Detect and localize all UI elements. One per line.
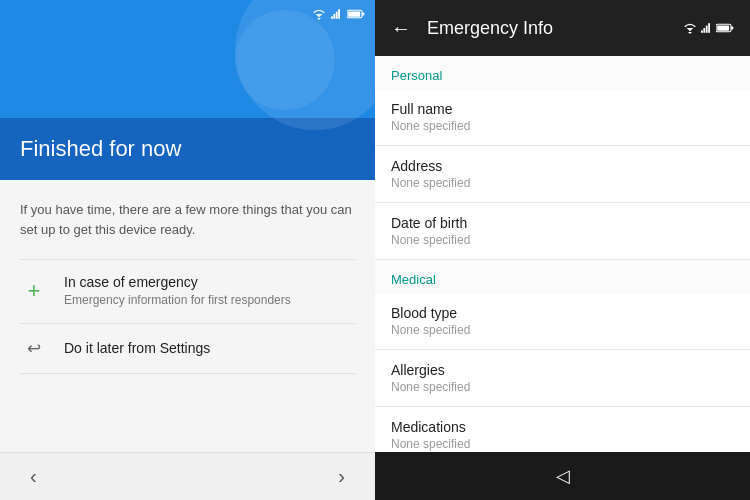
divider-bottom bbox=[20, 373, 355, 374]
dob-row[interactable]: Date of birth None specified bbox=[375, 203, 750, 260]
svg-marker-9 bbox=[687, 28, 694, 31]
emergency-icon: + bbox=[20, 280, 48, 302]
settings-icon: ↩ bbox=[27, 338, 41, 359]
left-nav-bar: ‹ › bbox=[0, 452, 375, 500]
left-panel: Finished for now If you have time, there… bbox=[0, 0, 375, 500]
full-name-label: Full name bbox=[391, 101, 734, 117]
svg-rect-5 bbox=[338, 9, 340, 19]
left-header: Finished for now bbox=[0, 0, 375, 180]
signal-icon bbox=[331, 8, 343, 20]
dob-label: Date of birth bbox=[391, 215, 734, 231]
svg-rect-11 bbox=[701, 30, 703, 32]
emergency-option-subtitle: Emergency information for first responde… bbox=[64, 292, 291, 309]
emergency-option-title: In case of emergency bbox=[64, 274, 291, 290]
allergies-row[interactable]: Allergies None specified bbox=[375, 350, 750, 407]
blood-type-row[interactable]: Blood type None specified bbox=[375, 293, 750, 350]
right-battery-icon bbox=[716, 23, 734, 33]
blood-type-label: Blood type bbox=[391, 305, 734, 321]
allergies-label: Allergies bbox=[391, 362, 734, 378]
right-panel: ← Emergency Info bbox=[375, 0, 750, 500]
address-value: None specified bbox=[391, 176, 734, 190]
toolbar-back-button[interactable]: ← bbox=[391, 17, 411, 40]
toolbar-left: ← Emergency Info bbox=[391, 17, 553, 40]
left-body: If you have time, there are a few more t… bbox=[0, 180, 375, 452]
emergency-text-block: In case of emergency Emergency informati… bbox=[64, 274, 291, 309]
left-nav-forward[interactable]: › bbox=[338, 465, 345, 488]
allergies-value: None specified bbox=[391, 380, 734, 394]
svg-rect-4 bbox=[336, 12, 338, 19]
svg-rect-12 bbox=[703, 28, 705, 33]
full-name-value: None specified bbox=[391, 119, 734, 133]
subtitle-text: If you have time, there are a few more t… bbox=[20, 200, 355, 239]
dob-value: None specified bbox=[391, 233, 734, 247]
address-row[interactable]: Address None specified bbox=[375, 146, 750, 203]
blood-type-value: None specified bbox=[391, 323, 734, 337]
svg-marker-0 bbox=[316, 14, 323, 17]
address-label: Address bbox=[391, 158, 734, 174]
svg-rect-14 bbox=[708, 23, 710, 33]
svg-rect-17 bbox=[717, 25, 729, 30]
svg-rect-3 bbox=[333, 14, 335, 19]
settings-icon-wrap: ↩ bbox=[20, 338, 48, 359]
right-signal-icon bbox=[701, 22, 713, 34]
settings-text-block: Do it later from Settings bbox=[64, 340, 210, 356]
medications-row[interactable]: Medications None specified bbox=[375, 407, 750, 452]
full-name-row[interactable]: Full name None specified bbox=[375, 89, 750, 146]
svg-rect-13 bbox=[706, 26, 708, 33]
svg-rect-7 bbox=[362, 13, 364, 16]
emergency-option[interactable]: + In case of emergency Emergency informa… bbox=[20, 260, 355, 323]
right-wifi-icon bbox=[682, 22, 698, 34]
medications-label: Medications bbox=[391, 419, 734, 435]
battery-icon bbox=[347, 9, 365, 19]
finished-banner: Finished for now bbox=[0, 118, 375, 180]
right-scroll-area[interactable]: Personal Full name None specified Addres… bbox=[375, 56, 750, 452]
right-status-icons bbox=[682, 22, 734, 34]
plus-icon: + bbox=[28, 280, 41, 302]
svg-marker-10 bbox=[688, 32, 692, 34]
right-nav-back[interactable]: ◁ bbox=[556, 465, 570, 487]
left-status-bar bbox=[311, 8, 365, 20]
svg-marker-1 bbox=[317, 18, 321, 20]
wifi-icon bbox=[311, 8, 327, 20]
left-nav-back[interactable]: ‹ bbox=[30, 465, 37, 488]
medications-value: None specified bbox=[391, 437, 734, 451]
settings-option[interactable]: ↩ Do it later from Settings bbox=[20, 324, 355, 373]
right-nav-bar: ◁ bbox=[375, 452, 750, 500]
medical-section-header: Medical bbox=[375, 260, 750, 293]
svg-rect-16 bbox=[731, 27, 733, 30]
svg-rect-2 bbox=[331, 16, 333, 18]
svg-rect-8 bbox=[348, 11, 360, 16]
settings-option-title: Do it later from Settings bbox=[64, 340, 210, 356]
toolbar-title: Emergency Info bbox=[427, 18, 553, 39]
right-toolbar: ← Emergency Info bbox=[375, 0, 750, 56]
finished-title: Finished for now bbox=[20, 136, 181, 161]
personal-section-header: Personal bbox=[375, 56, 750, 89]
